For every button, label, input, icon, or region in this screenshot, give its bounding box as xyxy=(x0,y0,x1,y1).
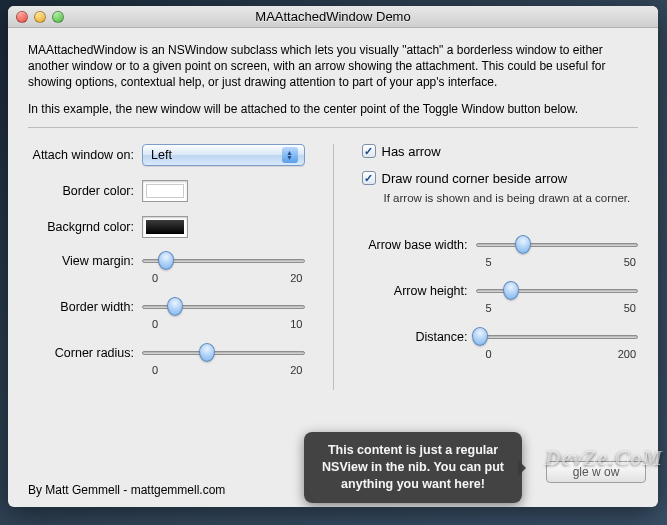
column-divider xyxy=(333,144,334,390)
arrow-height-max: 50 xyxy=(624,302,636,314)
corner-radius-label: Corner radius: xyxy=(28,346,142,360)
border-color-row: Border color: xyxy=(28,180,305,202)
round-corner-row: ✓ Draw round corner beside arrow xyxy=(362,171,639,186)
view-margin-label: View margin: xyxy=(28,254,142,268)
toggle-window-label: gle w ow xyxy=(573,465,620,479)
background-color-row: Backgrnd color: xyxy=(28,216,305,238)
intro-paragraph-1: MAAttachedWindow is an NSWindow subclass… xyxy=(28,42,638,91)
view-margin-slider[interactable] xyxy=(142,252,305,270)
divider-line xyxy=(28,127,638,128)
arrow-height-block: Arrow height: 5 50 xyxy=(362,282,639,314)
view-margin-max: 20 xyxy=(290,272,302,284)
distance-min: 0 xyxy=(486,348,492,360)
arrow-height-label: Arrow height: xyxy=(362,284,476,298)
attach-row: Attach window on: Left ▲▼ xyxy=(28,144,305,166)
footer-credit: By Matt Gemmell - mattgemmell.com xyxy=(28,483,225,497)
border-width-slider[interactable] xyxy=(142,298,305,316)
corner-radius-max: 20 xyxy=(290,364,302,376)
border-width-max: 10 xyxy=(290,318,302,330)
columns: Attach window on: Left ▲▼ Border color: … xyxy=(28,144,638,390)
arrow-base-width-slider[interactable] xyxy=(476,236,639,254)
arrow-height-slider[interactable] xyxy=(476,282,639,300)
corner-radius-slider[interactable] xyxy=(142,344,305,362)
distance-label: Distance: xyxy=(362,330,476,344)
arrow-base-width-max: 50 xyxy=(624,256,636,268)
background-color-swatch xyxy=(146,220,184,234)
attach-value: Left xyxy=(151,148,172,162)
round-corner-label: Draw round corner beside arrow xyxy=(382,171,568,186)
background-color-well[interactable] xyxy=(142,216,188,238)
attached-panel-text: This content is just a regular NSView in… xyxy=(322,443,504,491)
border-color-well[interactable] xyxy=(142,180,188,202)
right-column: ✓ Has arrow ✓ Draw round corner beside a… xyxy=(362,144,639,390)
corner-radius-min: 0 xyxy=(152,364,158,376)
arrow-base-width-block: Arrow base width: 5 50 xyxy=(362,236,639,268)
distance-max: 200 xyxy=(618,348,636,360)
border-width-block: Border width: 0 10 xyxy=(28,298,305,330)
attach-select[interactable]: Left ▲▼ xyxy=(142,144,305,166)
has-arrow-label: Has arrow xyxy=(382,144,441,159)
content-area: MAAttachedWindow is an NSWindow subclass… xyxy=(8,28,658,400)
border-color-swatch xyxy=(146,184,184,198)
chevron-updown-icon: ▲▼ xyxy=(282,147,298,163)
attached-panel: This content is just a regular NSView in… xyxy=(304,432,522,503)
intro-paragraph-2: In this example, the new window will be … xyxy=(28,101,638,117)
has-arrow-row: ✓ Has arrow xyxy=(362,144,639,159)
arrow-base-width-min: 5 xyxy=(486,256,492,268)
round-corner-checkbox[interactable]: ✓ xyxy=(362,171,376,185)
arrow-base-width-label: Arrow base width: xyxy=(362,238,476,252)
view-margin-min: 0 xyxy=(152,272,158,284)
background-color-label: Backgrnd color: xyxy=(28,220,142,234)
attach-label: Attach window on: xyxy=(28,148,142,162)
left-column: Attach window on: Left ▲▼ Border color: … xyxy=(28,144,305,390)
arrow-height-min: 5 xyxy=(486,302,492,314)
has-arrow-checkbox[interactable]: ✓ xyxy=(362,144,376,158)
titlebar[interactable]: MAAttachedWindow Demo xyxy=(8,6,658,28)
border-width-min: 0 xyxy=(152,318,158,330)
border-width-label: Border width: xyxy=(28,300,142,314)
view-margin-block: View margin: 0 20 xyxy=(28,252,305,284)
demo-window: MAAttachedWindow Demo MAAttachedWindow i… xyxy=(8,6,658,507)
intro-text: MAAttachedWindow is an NSWindow subclass… xyxy=(28,42,638,117)
round-corner-note: If arrow is shown and is being drawn at … xyxy=(384,192,639,204)
corner-radius-block: Corner radius: 0 20 xyxy=(28,344,305,376)
distance-block: Distance: 0 200 xyxy=(362,328,639,360)
window-title: MAAttachedWindow Demo xyxy=(8,9,658,24)
toggle-window-button[interactable]: gle w ow xyxy=(546,461,646,483)
border-color-label: Border color: xyxy=(28,184,142,198)
distance-slider[interactable] xyxy=(476,328,639,346)
